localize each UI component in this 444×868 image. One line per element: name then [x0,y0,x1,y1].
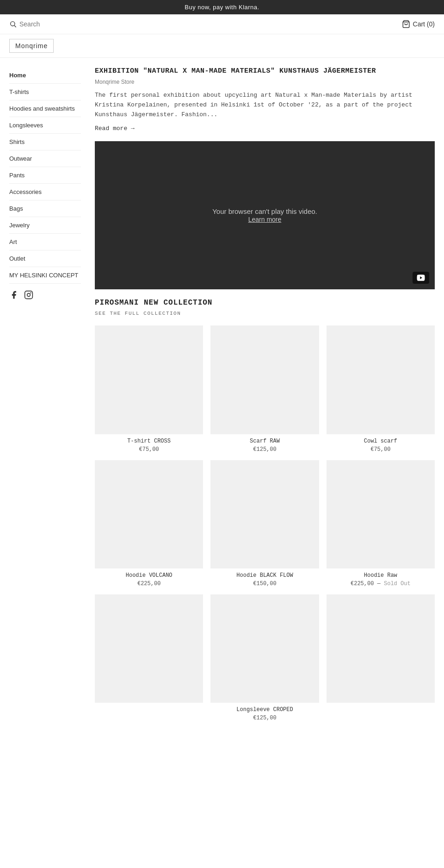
sidebar-link-11[interactable]: Outlet [9,250,81,267]
collection-title: PIROSMANI NEW COLLECTION [95,299,435,307]
banner-text: Buy now, pay with Klarna. [185,4,259,11]
product-image [210,325,319,434]
svg-line-1 [14,25,16,27]
svg-point-4 [27,293,31,297]
product-image [95,325,203,434]
instagram-link[interactable] [24,290,33,302]
sidebar: HomeT-shirtsHoodies and sweatshirtsLongs… [9,67,81,721]
product-grid: T-shirt CROSS€75,00Scarf RAW€125,00Cowl … [95,325,435,721]
cart-label: Cart (0) [413,20,435,28]
product-image [210,594,319,703]
product-card[interactable] [95,594,203,721]
product-price: €125,00 [210,715,319,721]
product-price: €75,00 [327,446,435,453]
logo[interactable]: Monqrime [9,39,54,53]
search-icon [9,20,17,28]
sidebar-link-6[interactable]: Pants [9,167,81,183]
product-name: Hoodie VOLCANO [95,572,203,579]
product-price: €225,00 — Sold Out [327,581,435,587]
top-banner: Buy now, pay with Klarna. [0,0,444,14]
product-image [95,594,203,703]
product-name: T-shirt CROSS [95,438,203,444]
svg-point-5 [31,293,31,293]
sidebar-item-home: Home [9,67,81,84]
youtube-icon[interactable] [413,272,429,284]
sidebar-link-12[interactable]: MY HELSINKI CONCEPT [9,267,81,283]
sidebar-item-t-shirts: T-shirts [9,84,81,100]
sidebar-link-9[interactable]: Jewelry [9,217,81,233]
sidebar-item-outwear: Outwear [9,150,81,167]
product-name: Hoodie BLACK FLOW [210,572,319,579]
product-image [327,460,435,568]
instagram-icon [24,290,33,300]
product-card[interactable] [327,594,435,721]
sidebar-link-0[interactable]: Home [9,67,81,83]
product-image [210,460,319,568]
facebook-link[interactable] [9,290,18,302]
sidebar-link-2[interactable]: Hoodies and sweatshirts [9,100,81,117]
logo-container: Monqrime [0,34,444,58]
sidebar-item-pants: Pants [9,167,81,184]
video-container: Your browser can't play this video. Lear… [95,141,435,289]
sidebar-item-my-helsinki-concept: MY HELSINKI CONCEPT [9,267,81,284]
sidebar-item-shirts: Shirts [9,134,81,150]
product-name: Longsleeve CROPED [210,706,319,713]
sidebar-item-art: Art [9,234,81,250]
sidebar-item-jewelry: Jewelry [9,217,81,234]
sidebar-link-7[interactable]: Accessories [9,184,81,200]
sidebar-item-bags: Bags [9,200,81,217]
svg-point-0 [11,22,15,26]
product-name: Hoodie Raw [327,572,435,579]
sidebar-item-longsleeves: Longsleeves [9,117,81,134]
sidebar-link-1[interactable]: T-shirts [9,84,81,100]
product-card[interactable]: T-shirt CROSS€75,00 [95,325,203,452]
content: EXHIBITION "NATURAL X MAN-MADE MATERIALS… [95,67,435,721]
cart-button[interactable]: Cart (0) [402,20,435,28]
sidebar-item-outlet: Outlet [9,250,81,267]
sidebar-link-8[interactable]: Bags [9,200,81,217]
search-area[interactable] [9,20,100,28]
video-learn-more-link[interactable]: Learn more [248,216,282,223]
product-card[interactable]: Scarf RAW€125,00 [210,325,319,452]
product-price: €75,00 [95,446,203,453]
read-more-link[interactable]: Read more → [95,125,135,132]
sidebar-link-10[interactable]: Art [9,234,81,250]
sidebar-item-accessories: Accessories [9,184,81,200]
video-message: Your browser can't play this video. Lear… [212,207,317,223]
cart-icon [402,20,410,28]
product-image [327,325,435,434]
product-name: Scarf RAW [210,438,319,444]
sidebar-nav: HomeT-shirtsHoodies and sweatshirtsLongs… [9,67,81,284]
sidebar-link-4[interactable]: Shirts [9,134,81,150]
product-image [95,460,203,568]
article-store: Monqrime Store [95,79,435,85]
sidebar-social [9,284,81,308]
product-price: €125,00 [210,446,319,453]
product-price: €225,00 [95,581,203,587]
main-container: HomeT-shirtsHoodies and sweatshirtsLongs… [0,58,444,731]
collection-subtitle-link[interactable]: SEE THE FULL COLLECTION [95,311,435,316]
sidebar-link-3[interactable]: Longsleeves [9,117,81,133]
product-card[interactable]: Hoodie BLACK FLOW€150,00 [210,460,319,587]
product-image [327,594,435,703]
facebook-icon [9,290,18,300]
article-title: EXHIBITION "NATURAL X MAN-MADE MATERIALS… [95,67,435,75]
product-card[interactable]: Hoodie Raw€225,00 — Sold Out [327,460,435,587]
svg-rect-3 [25,291,33,299]
product-card[interactable]: Longsleeve CROPED€125,00 [210,594,319,721]
sidebar-link-5[interactable]: Outwear [9,150,81,167]
product-name: Cowl scarf [327,438,435,444]
header: Cart (0) [0,14,444,34]
product-price: €150,00 [210,581,319,587]
product-card[interactable]: Cowl scarf€75,00 [327,325,435,452]
article-body: The first personal exhibition about upcy… [95,91,435,119]
product-card[interactable]: Hoodie VOLCANO€225,00 [95,460,203,587]
sidebar-item-hoodies-and-sweatshirts: Hoodies and sweatshirts [9,100,81,117]
search-input[interactable] [19,20,100,28]
